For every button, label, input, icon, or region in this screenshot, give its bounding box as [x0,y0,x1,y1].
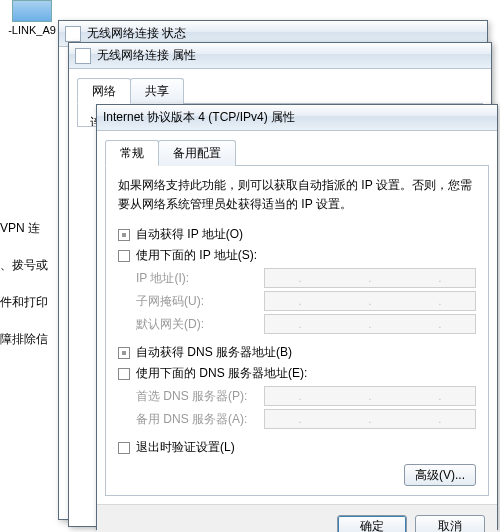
tab-alternate[interactable]: 备用配置 [158,140,236,166]
label-subnet: 子网掩码(U): [136,293,256,310]
radio-icon [118,347,130,359]
tab-share[interactable]: 共享 [130,78,184,104]
input-ip-address: ... [264,268,476,288]
input-subnet: ... [264,291,476,311]
row-ip-address: IP 地址(I): ... [118,268,476,288]
input-dns-pref: ... [264,386,476,406]
checkbox-icon [118,442,130,454]
window-ipv4-properties: Internet 协议版本 4 (TCP/IPv4) 属性 常规 备用配置 如果… [96,104,498,530]
ok-button[interactable]: 确定 [337,515,407,532]
radio-dns-auto[interactable]: 自动获得 DNS 服务器地址(B) [118,344,476,361]
input-dns-alt: ... [264,409,476,429]
title-adapter-properties: 无线网络连接 属性 [97,47,196,64]
row-dns-pref: 首选 DNS 服务器(P): ... [118,386,476,406]
radio-ip-auto-label: 自动获得 IP 地址(O) [136,226,243,243]
dialog-button-row: 确定 取消 [97,504,497,532]
tabstrip-ipv4: 常规 备用配置 [105,139,489,166]
radio-dns-auto-label: 自动获得 DNS 服务器地址(B) [136,344,292,361]
desktop-shortcut-label: -LINK_A9 [0,24,64,36]
row-gateway: 默认网关(D): ... [118,314,476,334]
titlebar-adapter-properties[interactable]: 无线网络连接 属性 [69,43,491,69]
radio-dns-manual-label: 使用下面的 DNS 服务器地址(E): [136,365,307,382]
checkbox-validate-label: 退出时验证设置(L) [136,439,235,456]
label-gateway: 默认网关(D): [136,316,256,333]
row-subnet: 子网掩码(U): ... [118,291,476,311]
ipv4-body: 如果网络支持此功能，则可以获取自动指派的 IP 设置。否则，您需要从网络系统管理… [105,166,489,496]
background-window-fragments: VPN 连 、拨号或 件和打印 障排除信 [0,200,48,368]
ipv4-description: 如果网络支持此功能，则可以获取自动指派的 IP 设置。否则，您需要从网络系统管理… [118,176,476,214]
title-ipv4: Internet 协议版本 4 (TCP/IPv4) 属性 [103,109,295,126]
checkbox-validate[interactable]: 退出时验证设置(L) [118,439,476,456]
desktop-shortcut[interactable]: -LINK_A9 [0,0,64,36]
advanced-button[interactable]: 高级(V)... [404,464,476,486]
radio-ip-manual-label: 使用下面的 IP 地址(S): [136,247,257,264]
signal-icon [65,26,81,42]
title-wireless-status: 无线网络连接 状态 [87,25,186,42]
radio-ip-auto[interactable]: 自动获得 IP 地址(O) [118,226,476,243]
network-icon [12,0,52,22]
label-dns-pref: 首选 DNS 服务器(P): [136,388,256,405]
tabstrip-adapter: 网络 共享 [77,77,483,104]
label-ip-address: IP 地址(I): [136,270,256,287]
row-dns-alt: 备用 DNS 服务器(A): ... [118,409,476,429]
cancel-button[interactable]: 取消 [415,515,485,532]
label-dns-alt: 备用 DNS 服务器(A): [136,411,256,428]
radio-icon [118,229,130,241]
radio-icon [118,250,130,262]
titlebar-ipv4[interactable]: Internet 协议版本 4 (TCP/IPv4) 属性 [97,105,497,131]
radio-ip-manual[interactable]: 使用下面的 IP 地址(S): [118,247,476,264]
radio-icon [118,368,130,380]
radio-dns-manual[interactable]: 使用下面的 DNS 服务器地址(E): [118,365,476,382]
tab-network[interactable]: 网络 [77,78,131,104]
signal-icon [75,48,91,64]
tab-general[interactable]: 常规 [105,140,159,166]
input-gateway: ... [264,314,476,334]
